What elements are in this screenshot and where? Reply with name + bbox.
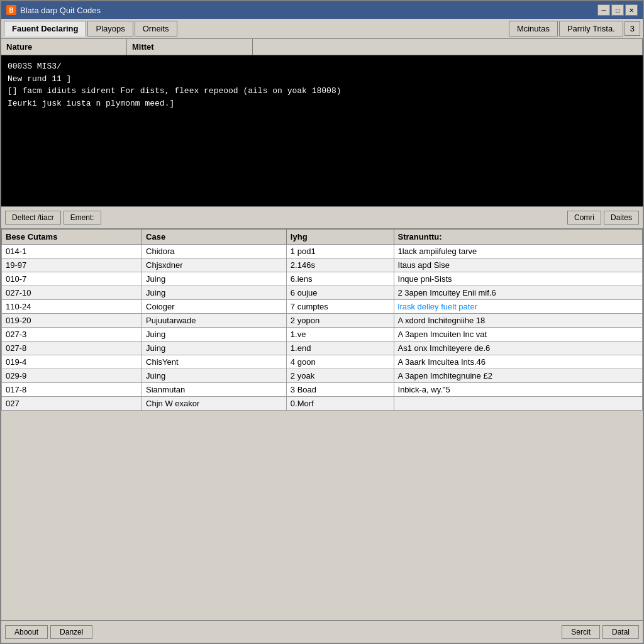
terminal-area[interactable]: 0003S MIS3/ New rund 11 ] [] facm idiuts…: [1, 55, 643, 206]
table-cell-1-0: 19-97: [2, 258, 142, 272]
table-row[interactable]: 019-4ChisYent4 goonA 3aark Imcuitea Ints…: [2, 355, 643, 369]
main-window: B Blata darp Quit Codes ─ □ ✕ Fauent Dec…: [0, 0, 644, 644]
table-cell-0-1: Chidora: [142, 245, 287, 258]
daites-button[interactable]: Daites: [604, 211, 639, 225]
table-cell-7-3: As1 onx Imchiteyere de.6: [394, 341, 642, 355]
terminal-line-0: 0003S MIS3/: [8, 60, 636, 73]
table-cell-11-3: [394, 397, 642, 411]
table-cell-6-1: Juing: [142, 328, 287, 341]
window-title: Blata darp Quit Codes: [20, 6, 101, 15]
table-cell-0-3: 1lack ampiifuleg tarve: [394, 245, 642, 258]
maximize-button[interactable]: □: [611, 4, 624, 16]
table-cell-7-1: Juing: [142, 341, 287, 355]
table-cell-9-2: 2 yoak: [286, 369, 394, 383]
th-case: Case: [142, 230, 287, 245]
table-row[interactable]: 19-97Chjsxdner2.146sItaus apd Sise: [2, 258, 643, 272]
table-cell-11-0: 027: [2, 397, 142, 411]
title-bar-buttons: ─ □ ✕: [597, 4, 638, 16]
table-cell-8-0: 019-4: [2, 355, 142, 369]
table-row[interactable]: 027-8Juing1.endAs1 onx Imchiteyere de.6: [2, 341, 643, 355]
table-row[interactable]: 010-7Juing6.iensInque pni-Sists: [2, 272, 643, 286]
app-icon: B: [6, 5, 16, 15]
table-cell-0-0: 014-1: [2, 245, 142, 258]
content-area: Nature Mittet 0003S MIS3/ New rund 11 ] …: [1, 39, 643, 620]
table-cell-4-0: 110-24: [2, 300, 142, 314]
col-header-mittet: Mittet: [127, 39, 253, 55]
col-header-nature: Nature: [1, 39, 127, 55]
table-cell-4-3: lrask delley fuelt pater: [394, 300, 642, 314]
table-cell-2-1: Juing: [142, 272, 287, 286]
th-lyhg: lyhg: [286, 230, 394, 245]
table-cell-5-1: Pujuutarwade: [142, 314, 287, 328]
commit-button[interactable]: Comri: [567, 211, 601, 225]
close-button[interactable]: ✕: [625, 4, 638, 16]
table-cell-4-2: 7 cumptes: [286, 300, 394, 314]
table-row[interactable]: 014-1Chidora1 pod11lack ampiifuleg tarve: [2, 245, 643, 258]
table-cell-0-2: 1 pod1: [286, 245, 394, 258]
title-bar: B Blata darp Quit Codes ─ □ ✕: [1, 1, 643, 19]
table-cell-5-2: 2 yopon: [286, 314, 394, 328]
search-button[interactable]: Sercit: [562, 625, 600, 639]
table-cell-2-3: Inque pni-Sists: [394, 272, 642, 286]
terminal-line-4: New rund 11 ]: [8, 73, 636, 86]
toolbar-row: Deltect /tiacr Ement: Comri Daites: [1, 206, 643, 229]
table-cell-9-0: 029-9: [2, 369, 142, 383]
table-cell-7-0: 027-8: [2, 341, 142, 355]
terminal-line-5: [] facm idiuts sidrent For dists, fleex …: [8, 85, 636, 97]
table-cell-9-3: A 3apen Imchitegnuine £2: [394, 369, 642, 383]
table-cell-10-3: Inbick-a, wy."5: [394, 383, 642, 397]
table-row[interactable]: 110-24Coioger7 cumpteslrask delley fuelt…: [2, 300, 643, 314]
data-table: Bese Cutams Case lyhg Stranunttu: 014-1C…: [1, 229, 643, 620]
table-cell-3-1: Juing: [142, 286, 287, 300]
table-cell-11-1: Chjn W exakor: [142, 397, 287, 411]
table-cell-1-3: Itaus apd Sise: [394, 258, 642, 272]
tab-orneits[interactable]: Orneits: [135, 21, 177, 36]
table-row[interactable]: 017-8Sianmutan3 BoadInbick-a, wy."5: [2, 383, 643, 397]
tab-playops[interactable]: Playops: [87, 21, 133, 36]
table-cell-10-1: Sianmutan: [142, 383, 287, 397]
th-stranunttu: Stranunttu:: [394, 230, 642, 245]
col-header-empty: [253, 39, 643, 55]
about-button[interactable]: Aboout: [5, 625, 48, 639]
terminal-line-6: Ieurki jusk iusta n plymonm meed.]: [8, 97, 636, 110]
table-cell-6-2: 1.ve: [286, 328, 394, 341]
tab-parrily-trista[interactable]: Parrily Trista.: [559, 21, 623, 36]
table-row[interactable]: 027-3Juing1.veA 3apen Imcuiten lnc vat: [2, 328, 643, 341]
tab-mcinutas[interactable]: Mcinutas: [509, 21, 558, 36]
table-cell-11-2: 0.Morf: [286, 397, 394, 411]
table-cell-10-0: 017-8: [2, 383, 142, 397]
title-bar-left: B Blata darp Quit Codes: [6, 5, 101, 15]
table-row[interactable]: 027-10Juing6 oujue2 3apen Imcuitey Enii …: [2, 286, 643, 300]
table-cell-6-3: A 3apen Imcuiten lnc vat: [394, 328, 642, 341]
table-cell-8-1: ChisYent: [142, 355, 287, 369]
table-cell-6-0: 027-3: [2, 328, 142, 341]
table-cell-4-1: Coioger: [142, 300, 287, 314]
table-cell-2-0: 010-7: [2, 272, 142, 286]
table-cell-3-3: 2 3apen Imcuitey Enii mif.6: [394, 286, 642, 300]
table-cell-8-2: 4 goon: [286, 355, 394, 369]
th-bese-cutams: Bese Cutams: [2, 230, 142, 245]
bottom-bar: Aboout Danzel Sercit Datal: [1, 620, 643, 643]
tab-fauent-declaring[interactable]: Fauent Declaring: [4, 21, 86, 36]
menu-right: Mcinutas Parrily Trista. 3: [509, 21, 640, 36]
element-button[interactable]: Ement:: [64, 211, 101, 225]
table-cell-7-2: 1.end: [286, 341, 394, 355]
detect-button[interactable]: Deltect /tiacr: [5, 211, 61, 225]
table-row[interactable]: 029-9Juing2 yoakA 3apen Imchitegnuine £2: [2, 369, 643, 383]
cancel-button[interactable]: Danzel: [50, 625, 92, 639]
data-button[interactable]: Datal: [602, 625, 639, 639]
table-cell-3-2: 6 oujue: [286, 286, 394, 300]
table-cell-9-1: Juing: [142, 369, 287, 383]
table-cell-1-2: 2.146s: [286, 258, 394, 272]
table-row[interactable]: 019-20Pujuutarwade2 yoponA xdord Inchite…: [2, 314, 643, 328]
table-cell-8-3: A 3aark Imcuitea Ints.46: [394, 355, 642, 369]
table-cell-5-0: 019-20: [2, 314, 142, 328]
table-cell-1-1: Chjsxdner: [142, 258, 287, 272]
menu-bar: Fauent Declaring Playops Orneits Mcinuta…: [1, 19, 643, 39]
minimize-button[interactable]: ─: [597, 4, 610, 16]
table-cell-2-2: 6.iens: [286, 272, 394, 286]
table-cell-5-3: A xdord Inchitegniihe 18: [394, 314, 642, 328]
table-row[interactable]: 027Chjn W exakor0.Morf: [2, 397, 643, 411]
table-cell-10-2: 3 Boad: [286, 383, 394, 397]
table-cell-3-0: 027-10: [2, 286, 142, 300]
